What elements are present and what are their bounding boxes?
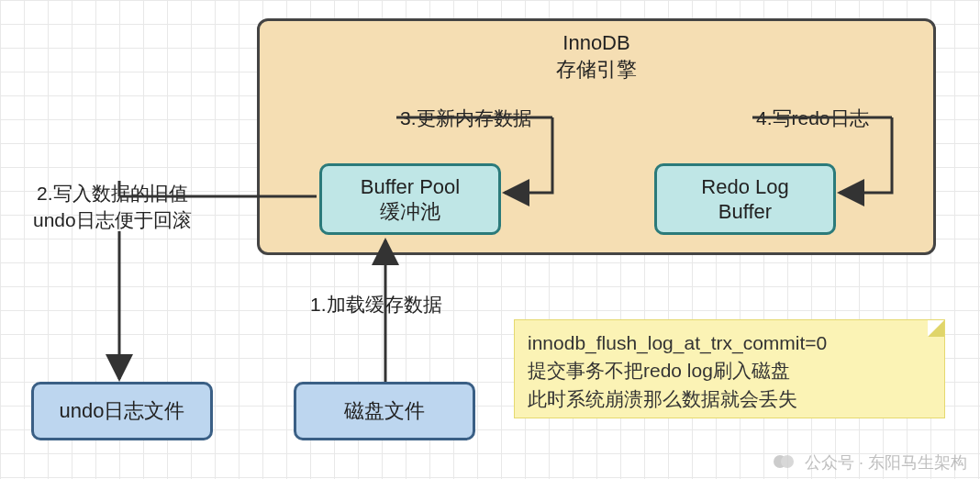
redo-buffer-line2: Buffer <box>718 200 772 223</box>
innodb-title: InnoDB 存储引擎 <box>260 30 933 83</box>
step-2-line2: undo日志便于回滚 <box>33 209 192 230</box>
note-line3: 此时系统崩溃那么数据就会丢失 <box>528 385 931 413</box>
innodb-title-line2: 存储引擎 <box>556 58 637 81</box>
step-3-label: 3.更新内存数据 <box>400 106 532 131</box>
step-2-label: 2.写入数据的旧值 undo日志便于回滚 <box>33 180 192 234</box>
note-line1: innodb_flush_log_at_trx_commit=0 <box>528 329 931 357</box>
buffer-pool-line2: 缓冲池 <box>380 200 440 223</box>
note-line2: 提交事务不把redo log刷入磁盘 <box>528 357 931 384</box>
undo-file-label: undo日志文件 <box>60 397 185 425</box>
watermark-text: 公众号 · 东阳马生架构 <box>805 451 967 473</box>
disk-file-label: 磁盘文件 <box>344 397 425 425</box>
step-1-label: 1.加载缓存数据 <box>310 292 442 317</box>
watermark: 公众号 · 东阳马生架构 <box>774 451 967 473</box>
innodb-title-line1: InnoDB <box>562 31 629 54</box>
redo-buffer-line1: Redo Log <box>701 175 788 198</box>
redo-log-buffer-box: Redo Log Buffer <box>654 163 836 235</box>
step-4-label: 4.写redo日志 <box>756 106 869 131</box>
note-card: innodb_flush_log_at_trx_commit=0 提交事务不把r… <box>514 319 945 418</box>
wechat-icon <box>774 452 797 473</box>
innodb-container: InnoDB 存储引擎 Buffer Pool 缓冲池 Redo Log Buf… <box>257 18 936 255</box>
disk-file-box: 磁盘文件 <box>294 382 475 440</box>
undo-file-box: undo日志文件 <box>31 382 213 440</box>
buffer-pool-line1: Buffer Pool <box>361 175 460 198</box>
step-2-line1: 2.写入数据的旧值 <box>37 183 188 204</box>
buffer-pool-box: Buffer Pool 缓冲池 <box>319 163 501 235</box>
